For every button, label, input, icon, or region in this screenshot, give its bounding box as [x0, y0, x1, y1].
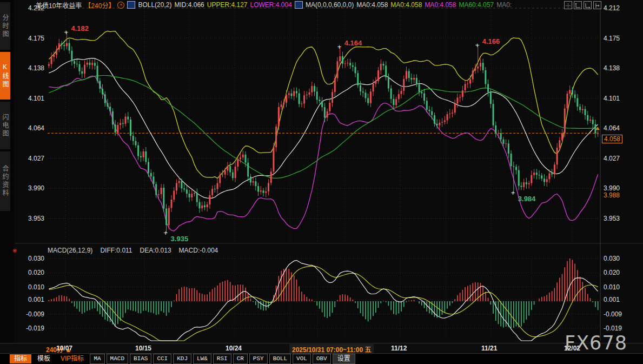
candle-body	[189, 194, 190, 197]
toolbar-button-OBV[interactable]: OBV	[313, 354, 331, 364]
candle-body	[505, 143, 507, 144]
axis-shift-icon[interactable]	[584, 1, 592, 9]
candle-body	[355, 67, 356, 74]
candle-body	[48, 64, 50, 66]
axis-scale-icon[interactable]	[574, 1, 582, 9]
sidebar-tab-2[interactable]: K线图	[0, 52, 10, 100]
candle-body	[115, 124, 116, 133]
ma0-white-value: MA0:4.058	[356, 1, 388, 9]
macd-tick-0.020: 0.020	[604, 269, 620, 276]
candle-body	[53, 55, 55, 57]
candle-body	[500, 133, 502, 140]
price-tick-3.953: 3.953	[604, 215, 620, 222]
price-tick-4.138: 4.138	[16, 64, 44, 72]
macd-dea-value: DEA:0.013	[140, 247, 171, 254]
sidebar-tab-3[interactable]: 闪电图	[0, 102, 10, 149]
candle-body	[347, 63, 348, 63]
candle-body	[490, 92, 492, 104]
chart-canvas[interactable]	[0, 0, 643, 364]
toolbar-button-BOLL[interactable]: BOLL	[269, 354, 291, 364]
ma0-gray-value: MA0:	[496, 1, 512, 9]
candle-body	[79, 64, 81, 71]
candle-body	[349, 63, 351, 65]
toolbar-button-MACD[interactable]: MACD	[107, 354, 128, 364]
candle-body	[299, 93, 300, 104]
toolbar-button-PSY[interactable]: PSY	[249, 354, 268, 364]
toolbar-button-LW&[interactable]: LW&	[193, 354, 211, 364]
extreme-marker-icon: +	[64, 30, 68, 35]
candle-body	[222, 175, 223, 175]
candle-body	[561, 133, 563, 141]
macd-tick--0.009: -0.009	[16, 310, 44, 318]
candle-body	[253, 181, 254, 182]
candle-body	[94, 63, 96, 65]
candle-body	[536, 173, 538, 175]
axis-expand-icon[interactable]	[593, 1, 601, 9]
period-label[interactable]: 【240分】	[84, 1, 115, 10]
candle-body	[572, 90, 573, 94]
candle-body	[362, 91, 364, 92]
candle-body	[176, 183, 177, 190]
candle-body	[178, 181, 180, 183]
candle-body	[268, 183, 269, 191]
candle-body	[472, 71, 474, 80]
candle-body	[207, 204, 208, 207]
candle-body	[290, 94, 292, 96]
candle-body	[485, 70, 486, 84]
toolbar-button-MA[interactable]: MA	[90, 354, 104, 364]
candle-body	[125, 117, 127, 124]
candle-body	[444, 120, 446, 122]
macd-tick-0.030: 0.030	[16, 255, 44, 262]
toolbar-button-RSI[interactable]: RSI	[213, 354, 231, 364]
sidebar-tab-4[interactable]: 合约资料	[0, 151, 10, 211]
toolbar-button-设置[interactable]: 设置	[333, 354, 355, 364]
toolbar-button-指标[interactable]: 指标	[10, 354, 31, 363]
price-tick-3.990: 3.990	[604, 184, 620, 192]
candle-body	[428, 110, 430, 111]
candle-body	[76, 64, 78, 64]
candle-body	[155, 184, 157, 195]
toolbar-button-VIP指标[interactable]: VIP指标	[56, 354, 88, 363]
toolbar-button-BIAS[interactable]: BIAS	[130, 354, 151, 364]
candle-body	[324, 107, 326, 117]
candle-body	[589, 120, 591, 121]
candle-body	[416, 78, 417, 84]
candle-body	[452, 112, 453, 114]
pan-tool-icon[interactable]	[564, 1, 572, 9]
chart-header: 美债10年收益率 【240分】 + BOLL(20,2) MID:4.066 U…	[36, 1, 512, 9]
candle-body	[388, 77, 389, 89]
ma-indicator-icon[interactable]	[295, 1, 303, 9]
candle-body	[566, 94, 568, 108]
indicator-settings-icon[interactable]	[12, 248, 18, 254]
sidebar-tab-1[interactable]: 分时图	[0, 2, 10, 50]
trading-app-window: 分时图K线图闪电图合约资料 美债10年收益率 【240分】 + BOLL(20,…	[0, 0, 643, 364]
toolbar-button-KDJ[interactable]: KDJ	[173, 354, 191, 364]
candle-body	[576, 98, 578, 107]
toolbar-button-模板[interactable]: 模板	[33, 354, 55, 363]
candle-body	[377, 70, 379, 81]
candle-body	[518, 170, 520, 186]
candle-body	[61, 43, 62, 45]
ma0-magenta-value: MA0:4.058	[425, 1, 456, 9]
toolbar-button-VOL[interactable]: VOL	[293, 354, 311, 364]
candle-body	[482, 63, 484, 70]
toolbar-button-CCI[interactable]: CCI	[153, 354, 171, 364]
candle-body	[181, 181, 182, 188]
price-tick-4.212: 4.212	[604, 4, 620, 12]
period-settings-icon[interactable]: +	[117, 2, 124, 9]
candle-body	[523, 182, 525, 187]
candle-body	[84, 65, 85, 74]
date-label-10/07: 10/07	[56, 345, 72, 352]
candle-body	[526, 182, 527, 184]
toolbar-button-CR[interactable]: CR	[233, 354, 248, 364]
candle-body	[385, 65, 387, 77]
candle-body	[135, 141, 136, 145]
boll-indicator-icon[interactable]	[127, 1, 135, 9]
candle-body	[467, 83, 468, 84]
candle-body	[168, 208, 170, 225]
candle-body	[211, 189, 213, 195]
candle-body	[104, 94, 106, 103]
price-tick-3.953: 3.953	[16, 215, 44, 222]
candle-body	[183, 188, 185, 189]
macd-label[interactable]: MACD(26,12,9)	[48, 247, 92, 254]
